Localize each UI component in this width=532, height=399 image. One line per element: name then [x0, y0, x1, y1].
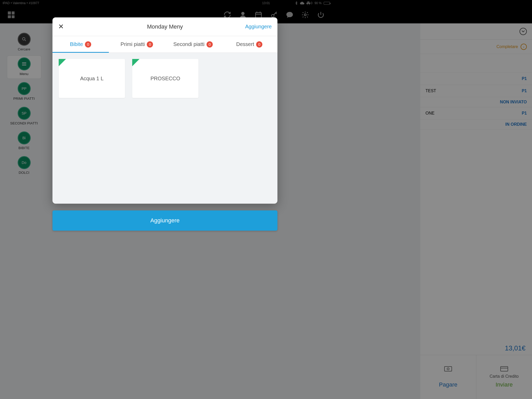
- menu-item-card[interactable]: Acqua 1 L: [59, 59, 125, 98]
- tab-dessert[interactable]: Dessert 0: [221, 36, 278, 52]
- count-badge: 0: [256, 41, 262, 48]
- modal-tabs: Bibite 0 Primi piatti 0 Secondi piatti 0…: [52, 36, 277, 53]
- modal-body: Acqua 1 L PROSECCO: [52, 53, 277, 204]
- menu-item-card[interactable]: PROSECCO: [132, 59, 198, 98]
- selected-corner-icon: [132, 59, 139, 66]
- modal-title: Monday Meny: [147, 23, 183, 30]
- tab-primi[interactable]: Primi piatti 0: [109, 36, 165, 52]
- menu-modal: ✕ Monday Meny Aggiungere Bibite 0 Primi …: [52, 17, 277, 204]
- count-badge: 0: [85, 41, 91, 48]
- count-badge: 0: [147, 41, 153, 48]
- add-link[interactable]: Aggiungere: [245, 24, 272, 30]
- close-icon[interactable]: ✕: [58, 23, 64, 31]
- add-button[interactable]: Aggiungere: [52, 210, 277, 231]
- count-badge: 0: [207, 41, 213, 48]
- modal-header: ✕ Monday Meny Aggiungere: [52, 17, 277, 36]
- tab-bibite[interactable]: Bibite 0: [52, 36, 109, 52]
- tab-secondi[interactable]: Secondi piatti 0: [165, 36, 221, 52]
- selected-corner-icon: [59, 59, 66, 66]
